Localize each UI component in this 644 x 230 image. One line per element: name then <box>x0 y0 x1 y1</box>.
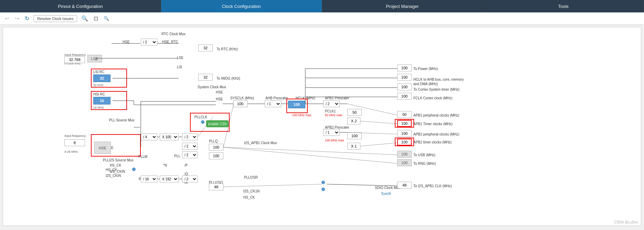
apb1-peripheral-label: APB1 peripheral clocks (MHz) <box>413 113 459 117</box>
plli2sq-circle <box>321 181 325 184</box>
hclk-val-box[interactable]: 100 <box>288 101 305 108</box>
pclk1-max-label: 50 MHz max <box>325 113 342 117</box>
pllr-div-select[interactable]: / 2 / 4 <box>182 151 198 158</box>
ahb-prescaler-select[interactable]: / 1 / 2 <box>265 100 281 107</box>
resolve-clock-issues-button[interactable]: Resolve Clock Issues <box>33 15 77 22</box>
refresh-button[interactable]: ↻ <box>23 14 31 22</box>
hs-ck2-label: HS_CK <box>243 196 255 199</box>
to-power-val-box[interactable]: 100 <box>397 64 412 71</box>
i2s-apb1-label: I2S_APB1 Clock Mux <box>244 141 277 145</box>
hclk-max-label: 100 MHz max <box>292 113 312 117</box>
hse-rtc-label: HSE_RTC <box>162 40 178 44</box>
lsi-freq-label: 32 KHz <box>93 83 104 87</box>
hse-value-box[interactable]: HSE <box>94 142 111 154</box>
to-i2s-apb1-label: To I2S_APB1 CLK (MHz) <box>413 184 452 188</box>
svg-line-32 <box>223 184 321 187</box>
lsi-rc-label: LSI RC <box>93 70 104 74</box>
x1-apb2-box: X 1 <box>347 143 360 150</box>
plln-label: *N <box>163 163 167 167</box>
pllq-val-box[interactable]: 100 <box>209 144 223 151</box>
hclk-ahb-val-box[interactable]: 100 <box>397 74 412 81</box>
hse-top-label: HSE <box>123 40 130 44</box>
pclk2-max-label: 100 MHz max <box>325 139 344 142</box>
svg-line-21 <box>360 121 397 124</box>
input-freq-bottom-range: 4-26 MHz <box>64 150 78 153</box>
pclk2-val-box[interactable]: 100 <box>347 132 362 139</box>
rtc-clock-mux-label: RTC Clock Mux <box>161 32 186 36</box>
ahb-prescaler-label: AHB Prescaler <box>265 96 288 100</box>
plli2s-source-mux-label: PLLI2S Source Mux <box>103 158 134 162</box>
sysclk-sdio-label: Sysclk <box>381 192 391 196</box>
input-freq-top-box[interactable]: 32.768 <box>64 56 85 63</box>
i2s-ck1n-label: I2S_CK1N <box>243 189 260 193</box>
div2-select-top[interactable]: / 2 / 3 <box>141 39 157 46</box>
hsi-rc-value-box[interactable]: 16 <box>93 97 110 104</box>
to-usb-label: To USB (MHz) <box>413 153 435 157</box>
input-freq-bottom-label: Input frequency <box>64 134 86 138</box>
lsi-rc-value-box[interactable]: 32 <box>93 74 110 82</box>
to-rtc-box[interactable]: 32 <box>198 44 213 51</box>
apb2-timer-label: APB2 timer clocks (MHz) <box>413 140 452 144</box>
sysclk-val-box[interactable]: 100 <box>233 100 247 107</box>
plli2sq-val-box[interactable]: 48 <box>209 183 223 190</box>
top-nav: Pinout & Configuration Clock Configurati… <box>0 0 644 12</box>
input-freq-bottom-box[interactable]: 8 <box>64 139 85 146</box>
lsi-mux-label: LSI <box>177 65 182 69</box>
zoom-search-button[interactable]: 🔍 <box>80 14 89 22</box>
enable-css-button[interactable]: Enable CSS <box>206 120 229 127</box>
apb1-select[interactable]: / 2 / 1 <box>323 100 340 107</box>
plli2s-divq-select[interactable]: / 2 / 4 <box>182 176 198 182</box>
to-usb-val-box: 100 <box>397 151 412 158</box>
pllq-div-select[interactable]: / 2 / 4 <box>182 143 198 150</box>
hclk-ahb-label: HCLK to AHB bus, core, memory and DMA (M… <box>413 77 468 86</box>
redo-button[interactable]: ↪ <box>13 14 21 22</box>
apb2-select[interactable]: / 1 / 2 <box>323 129 340 136</box>
sysclk-label: SYSCLK (MHz) <box>230 96 254 100</box>
to-iwdg-box[interactable]: 32 <box>198 74 213 81</box>
pclk1-val-box[interactable]: 50 <box>347 109 362 116</box>
plli2s-div16-select[interactable]: / 16 / 8 <box>141 176 157 182</box>
watermark: CSDN @LuDoc <box>614 220 638 224</box>
fit-button[interactable]: ⊡ <box>92 14 99 22</box>
undo-button[interactable]: ↩ <box>3 14 11 22</box>
apb2-peripheral-label: APB2 peripheral clocks (MHz) <box>413 132 459 136</box>
apb1-prescaler-label: APB1 Prescaler <box>325 96 349 100</box>
apb2-peripheral-val-box[interactable]: 100 <box>397 130 412 137</box>
tab-project[interactable]: Project Manager <box>322 0 483 12</box>
tab-pinout[interactable]: Pinout & Configuration <box>0 0 161 12</box>
zoom-out-button[interactable]: 🔍 <box>102 15 110 22</box>
lse-box[interactable]: LSE <box>87 55 102 62</box>
to-rtc-label: To RTC (KHz) <box>217 47 238 51</box>
to-i2s-apb1-val-box[interactable]: 48 <box>397 182 412 189</box>
fclk-label: FCLK Cortex clock (MHz) <box>413 96 452 100</box>
fclk-val-box[interactable]: 100 <box>397 93 412 100</box>
main-content: RTC Clock Mux HSE_RTC System Clock Mux H… <box>3 27 641 226</box>
hs-ck-bot-label: HS_CK <box>106 168 117 172</box>
tab-tools[interactable]: Tools <box>483 0 644 12</box>
plln-select[interactable]: X 100 X 192 <box>160 133 179 140</box>
system-clock-mux-label: System Clock Mux <box>198 85 226 89</box>
pll-source-mux-label: PLL Source Mux <box>109 118 135 122</box>
hsi-sys-label: HSE <box>216 90 223 94</box>
pllp-label: /P <box>184 163 188 167</box>
apb2-timer-val-box[interactable]: 100 <box>397 139 412 146</box>
pllr-val-box[interactable]: 100 <box>209 152 223 159</box>
pllm-select[interactable]: / 4 / 2 <box>141 133 157 140</box>
sdio-clock-mux-label: SDIO Clock Mux <box>375 186 400 190</box>
lse-mux-label: LSE <box>177 56 183 60</box>
apb1-timer-val-box[interactable]: 100 <box>397 120 412 127</box>
svg-line-24 <box>360 143 397 146</box>
hse-sys-label: HSE <box>216 97 223 101</box>
to-iwdg-label: To IWDG (KHz) <box>217 77 240 80</box>
to-rng-val-box: 100 <box>397 159 412 166</box>
x2-apb1-box: X 2 <box>347 118 360 124</box>
plli2s-x192-select[interactable]: X 192 X 100 <box>160 176 179 182</box>
apb1-peripheral-val-box[interactable]: 50 <box>397 111 412 118</box>
toolbar: ↩ ↪ ↻ Resolve Clock Issues 🔍 ⊡ 🔍 <box>0 12 644 25</box>
pllp-select[interactable]: / 2 / 4 <box>182 133 198 140</box>
hsi-freq-label: 16 MHz <box>93 106 104 109</box>
svg-line-35 <box>223 147 397 163</box>
tab-clock[interactable]: Clock Configuration <box>161 0 322 12</box>
i2s-ckin-bot-label: I2S_CKIN <box>106 174 121 178</box>
cortex-timer-val-box[interactable]: 100 <box>397 83 412 90</box>
